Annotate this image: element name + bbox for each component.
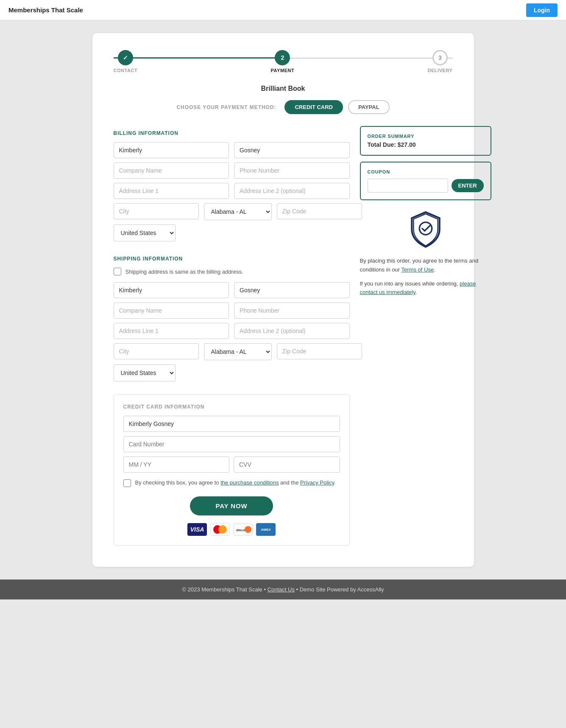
header: Memberships That Scale Login — [0, 0, 566, 20]
billing-phone-input[interactable] — [234, 162, 350, 179]
footer-contact-link[interactable]: Contact Us — [268, 586, 295, 593]
privacy-policy-link[interactable]: Privacy Policy — [300, 479, 334, 486]
header-title: Memberships That Scale — [8, 6, 83, 14]
billing-city-group — [114, 203, 199, 220]
mastercard-logo — [210, 523, 230, 536]
shipping-zip-input[interactable] — [277, 343, 362, 359]
footer: © 2023 Memberships That Scale • Contact … — [0, 580, 566, 599]
purchase-conditions-link[interactable]: the purchase conditions — [220, 479, 279, 486]
shipping-city-state-row: Alabama - AL Alaska - AK Arizona - AZ — [114, 343, 350, 360]
billing-city-input[interactable] — [114, 203, 199, 219]
shipping-country-select[interactable]: United States Canada United Kingdom — [114, 364, 176, 381]
same-billing-label[interactable]: Shipping address is same as the billing … — [125, 269, 243, 275]
step-3-circle: 3 — [432, 50, 448, 65]
shipping-address-row — [114, 323, 350, 339]
left-column: BILLING INFORMATION — [114, 126, 350, 546]
terms-label[interactable]: By checking this box, you agree to the p… — [135, 479, 336, 487]
billing-zip-input[interactable] — [277, 203, 362, 219]
paypal-button[interactable]: PAYPAL — [348, 100, 390, 114]
order-total: Total Due: $27.00 — [368, 141, 484, 148]
payment-method-row: CHOOSE YOUR PAYMENT METHOD: CREDIT CARD … — [114, 100, 453, 114]
step-1-label: CONTACT — [114, 68, 138, 73]
billing-company-group — [114, 162, 229, 179]
payment-method-label: CHOOSE YOUR PAYMENT METHOD: — [176, 104, 276, 110]
main-container: ✓ CONTACT 2 PAYMENT 3 DELIVERY Brilliant… — [92, 33, 474, 567]
same-billing-checkbox[interactable] — [114, 268, 121, 275]
cc-name-input[interactable] — [123, 416, 340, 432]
billing-city-state-row: Alabama - AL Alaska - AK Arizona - AZ — [114, 203, 350, 220]
coupon-enter-button[interactable]: ENTER — [452, 179, 484, 192]
visa-logo: VISA — [187, 523, 207, 536]
cc-expiry-input[interactable] — [123, 456, 230, 473]
shipping-lastname-input[interactable] — [234, 282, 350, 298]
discover-logo: discover — [233, 523, 253, 536]
pay-now-button[interactable]: PAY NOW — [190, 496, 273, 515]
visa-text: VISA — [190, 526, 204, 533]
cc-cvv-input[interactable] — [234, 456, 340, 473]
billing-lastname-input[interactable] — [234, 142, 350, 158]
trust-text-1: By placing this order, you agree to the … — [360, 257, 491, 274]
billing-zip-group — [277, 203, 362, 220]
shipping-firstname-group — [114, 282, 229, 298]
billing-firstname-input[interactable] — [114, 142, 229, 158]
contact-us-link[interactable]: please contact us immediately — [360, 280, 476, 296]
billing-state-select[interactable]: Alabama - AL Alaska - AK Arizona - AZ — [204, 203, 272, 220]
shipping-address1-input[interactable] — [114, 323, 229, 339]
terms-checkbox[interactable] — [123, 479, 131, 487]
shipping-company-row — [114, 302, 350, 319]
right-column: ORDER SUMMARY Total Due: $27.00 COUPON E… — [360, 126, 491, 546]
billing-state-group: Alabama - AL Alaska - AK Arizona - AZ — [204, 203, 272, 220]
billing-country-select[interactable]: United States Canada United Kingdom — [114, 224, 176, 241]
pay-now-wrap: PAY NOW — [123, 496, 340, 515]
terms-of-use-link[interactable]: Terms of Use — [401, 266, 434, 273]
shipping-city-input[interactable] — [114, 343, 199, 359]
trust-section: By placing this order, you agree to the … — [360, 206, 491, 302]
shipping-address2-input[interactable] — [234, 323, 350, 339]
shield-icon — [407, 210, 445, 249]
step-1-circle: ✓ — [118, 50, 133, 65]
svg-point-3 — [419, 222, 432, 235]
svg-point-2 — [245, 526, 251, 533]
shipping-firstname-input[interactable] — [114, 282, 229, 298]
shipping-company-input[interactable] — [114, 302, 229, 319]
amex-text: AMEX — [261, 528, 270, 532]
shipping-state-select[interactable]: Alabama - AL Alaska - AK Arizona - AZ — [204, 343, 272, 360]
billing-address2-group — [234, 183, 350, 199]
shipping-phone-input[interactable] — [234, 302, 350, 319]
cc-number-input[interactable] — [123, 436, 340, 452]
cc-cvv-group — [234, 456, 340, 473]
cc-expiry-cvv-row — [123, 456, 340, 473]
cc-section-title: CREDIT CARD INFORMATION — [123, 404, 340, 410]
footer-text: © 2023 Memberships That Scale • — [182, 586, 268, 593]
coupon-box: COUPON ENTER — [360, 162, 491, 200]
shipping-city-group — [114, 343, 199, 360]
order-summary-title: ORDER SUMMARY — [368, 134, 484, 139]
amex-logo: AMEX — [256, 523, 276, 536]
coupon-input[interactable] — [368, 179, 448, 193]
shipping-name-row — [114, 282, 350, 298]
billing-company-row — [114, 162, 350, 179]
billing-address1-input[interactable] — [114, 183, 229, 199]
steps: ✓ CONTACT 2 PAYMENT 3 DELIVERY — [114, 50, 453, 73]
billing-section-title: BILLING INFORMATION — [114, 130, 350, 136]
cc-expiry-group — [123, 456, 230, 473]
shipping-company-group — [114, 302, 229, 319]
coupon-row: ENTER — [368, 179, 484, 193]
shipping-lastname-group — [234, 282, 350, 298]
shield-icon-wrap — [360, 210, 491, 250]
login-button[interactable]: Login — [526, 3, 558, 17]
shipping-address1-group — [114, 323, 229, 339]
step-delivery: 3 DELIVERY — [427, 50, 452, 73]
footer-powered-by: • Demo Site Powered by AccessAlly — [295, 586, 384, 593]
trust-text-2: If you run into any issues while orderin… — [360, 280, 491, 297]
step-payment: 2 PAYMENT — [270, 50, 294, 73]
shipping-section-title: SHIPPING INFORMATION — [114, 256, 350, 262]
billing-address2-input[interactable] — [234, 183, 350, 199]
billing-company-input[interactable] — [114, 162, 229, 179]
product-title: Brilliant Book — [114, 85, 453, 92]
step-2-label: PAYMENT — [270, 68, 294, 73]
billing-address-row — [114, 183, 350, 199]
terms-checkbox-row: By checking this box, you agree to the p… — [123, 479, 340, 487]
credit-card-button[interactable]: CREDIT CARD — [284, 100, 343, 114]
order-summary-box: ORDER SUMMARY Total Due: $27.00 — [360, 126, 491, 156]
